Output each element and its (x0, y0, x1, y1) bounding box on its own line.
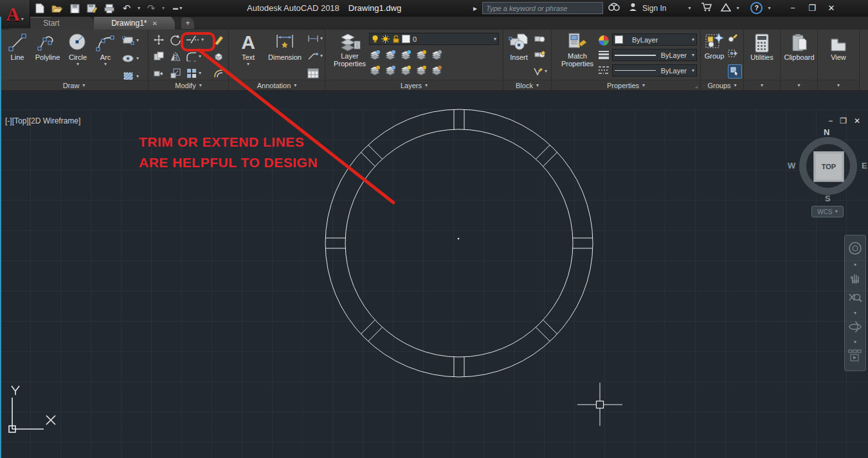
layer-dropdown-icon[interactable]: ▾ (494, 37, 496, 42)
panel-footer-block[interactable]: Block ▾ (503, 80, 551, 90)
search-icon[interactable] (608, 3, 620, 14)
trim-button[interactable]: ▾ (186, 34, 204, 46)
orbit-icon[interactable] (848, 320, 862, 336)
stretch-button[interactable] (153, 68, 165, 79)
utilities-button[interactable]: Utilities (748, 33, 776, 61)
panel-footer-layers[interactable]: Layers ▾ (325, 80, 503, 90)
panel-footer-utilities[interactable]: ▾ (744, 80, 780, 90)
line-button[interactable]: Line (4, 32, 31, 61)
layer-tool-icon[interactable] (415, 65, 427, 75)
insert-button[interactable]: Insert (506, 32, 532, 61)
layer-tool-icon[interactable] (400, 50, 411, 60)
properties-launcher-icon[interactable]: ⌟ (695, 82, 698, 89)
layer-freeze-icon[interactable] (381, 35, 390, 43)
lineweight-button[interactable] (598, 50, 610, 59)
define-attributes-dropdown-icon[interactable]: ▾ (545, 69, 547, 74)
layer-tool-icon[interactable] (384, 50, 396, 60)
view-button[interactable]: View (823, 33, 854, 61)
linear-dimension-button[interactable]: ▾ (307, 35, 323, 42)
hatch-dropdown-icon[interactable]: ▾ (136, 74, 139, 79)
layer-tool-icon[interactable] (369, 65, 381, 75)
viewcube-west[interactable]: W (788, 161, 795, 170)
viewport-restore-icon[interactable]: ❐ (840, 116, 847, 125)
layer-tool-icon[interactable] (431, 50, 442, 60)
minimize-button[interactable]: − (783, 3, 802, 13)
application-menu-button[interactable]: A▾ (0, 0, 30, 28)
match-properties-button[interactable]: Match Properties (557, 32, 598, 68)
panel-footer-groups[interactable]: Groups ▾ (701, 80, 743, 90)
circle-dropdown-icon[interactable]: ▾ (77, 62, 79, 67)
showmotion-icon[interactable] (848, 349, 862, 365)
open-file-icon[interactable] (51, 3, 64, 14)
group-edit-button[interactable] (728, 49, 738, 58)
trim-dropdown-icon[interactable]: ▾ (201, 37, 204, 42)
viewport-close-icon[interactable]: ✕ (854, 116, 860, 125)
dimension-button[interactable]: Dimension (265, 32, 305, 61)
rectangle-dropdown-icon[interactable]: ▾ (136, 38, 139, 43)
leader-button[interactable]: ▾ (307, 51, 323, 60)
linetype-button[interactable] (598, 66, 610, 75)
wcs-dropdown[interactable]: WCS ▾ (811, 206, 844, 217)
linetype-dropdown[interactable]: ByLayer ▾ (612, 64, 697, 77)
create-block-button[interactable] (534, 35, 546, 44)
panel-footer-properties[interactable]: Properties ▾ ⌟ (552, 80, 700, 90)
a360-icon[interactable] (721, 3, 731, 14)
lineweight-dropdown[interactable]: ByLayer ▾ (612, 49, 697, 61)
array-dropdown-icon[interactable]: ▾ (199, 71, 201, 76)
erase-button[interactable] (213, 34, 224, 46)
offset-button[interactable] (213, 68, 224, 79)
undo-dropdown-icon[interactable]: ▾ (138, 6, 140, 11)
rectangle-tool-button[interactable]: ▾ (122, 36, 139, 45)
move-button[interactable] (153, 34, 165, 46)
pan-icon[interactable] (849, 271, 862, 287)
layer-properties-button[interactable]: Layer Properties (330, 32, 369, 68)
orbit-caret-icon[interactable]: ▾ (854, 340, 856, 345)
layer-on-icon[interactable] (372, 35, 379, 43)
arc-button[interactable]: Arc ▾ (93, 32, 118, 67)
save-icon[interactable] (68, 3, 81, 14)
panel-footer-view[interactable]: ▾ (818, 80, 859, 90)
array-button[interactable]: ▾ (186, 68, 201, 79)
linear-dimension-dropdown-icon[interactable]: ▾ (320, 36, 323, 41)
layer-tool-icon[interactable] (384, 65, 396, 75)
navigation-wheel-icon[interactable] (848, 241, 862, 258)
viewport-controls-label[interactable]: [-][Top][2D Wireframe] (5, 116, 80, 125)
object-color-button[interactable] (598, 35, 610, 46)
panel-footer-draw[interactable]: Draw ▾ (0, 80, 148, 90)
viewcube[interactable]: N W E S TOP (799, 137, 857, 195)
viewport-minimize-icon[interactable]: − (828, 116, 833, 125)
qat-customize-icon[interactable]: ▬ ▾ (173, 6, 182, 11)
redo-dropdown-icon[interactable]: ▾ (162, 6, 165, 11)
circle-button[interactable]: Circle ▾ (64, 32, 91, 67)
plot-icon[interactable] (103, 3, 116, 14)
layer-tool-icon[interactable] (369, 50, 381, 60)
arc-dropdown-icon[interactable]: ▾ (104, 62, 107, 67)
layer-tool-icon[interactable] (431, 65, 442, 75)
ungroup-button[interactable] (728, 33, 738, 42)
redo-icon[interactable]: ↷ (145, 3, 158, 14)
help-dropdown-icon[interactable]: ▾ (768, 6, 770, 11)
sign-in-dropdown-icon[interactable]: ▾ (688, 6, 691, 11)
layer-select-dropdown[interactable]: 0 ▾ (369, 33, 499, 45)
a360-dropdown-icon[interactable]: ▾ (736, 6, 739, 11)
define-attributes-button[interactable]: ▾ (533, 67, 547, 76)
table-button[interactable] (307, 68, 319, 78)
model-space-canvas[interactable] (0, 109, 868, 458)
save-as-icon[interactable] (86, 3, 98, 14)
zoom-extents-icon[interactable] (848, 291, 862, 307)
layer-tool-icon[interactable] (400, 65, 411, 75)
undo-icon[interactable]: ↶ (120, 3, 133, 14)
text-button[interactable]: A Text ▾ (235, 32, 261, 67)
explode-button[interactable] (213, 51, 224, 62)
scale-button[interactable] (170, 68, 181, 79)
edit-block-button[interactable] (534, 50, 546, 59)
search-expand-icon[interactable]: ▸ (473, 4, 477, 13)
copy-button[interactable] (153, 51, 165, 62)
ellipse-dropdown-icon[interactable]: ▾ (136, 56, 139, 61)
layer-lock-icon[interactable] (392, 35, 399, 43)
maximize-button[interactable]: ❐ (802, 3, 822, 13)
polyline-button[interactable]: Polyline (32, 32, 63, 61)
ellipse-tool-button[interactable]: ▾ (122, 54, 139, 63)
color-dropdown[interactable]: ByLayer ▾ (612, 33, 697, 46)
viewcube-south[interactable]: S (825, 194, 831, 203)
